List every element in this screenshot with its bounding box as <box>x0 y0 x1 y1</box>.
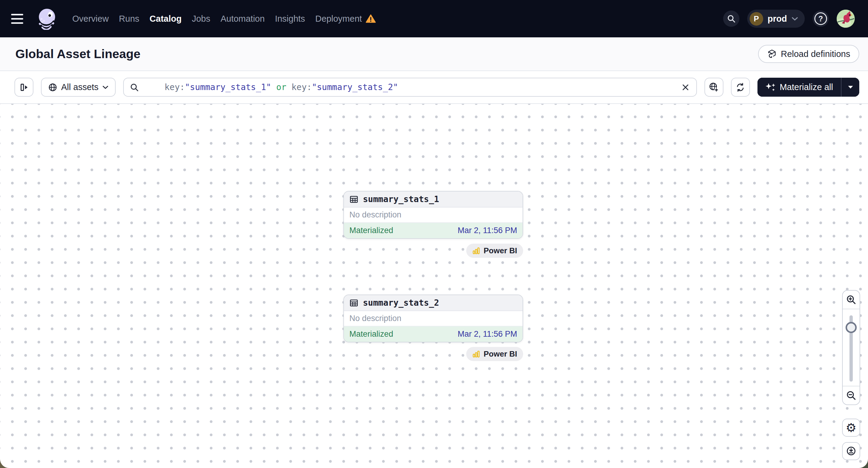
status-badge: Materialized <box>349 330 393 339</box>
nav-item-runs[interactable]: Runs <box>119 14 140 24</box>
zoom-control-panel <box>842 290 860 405</box>
asset-filter-label: All assets <box>61 82 98 92</box>
nav-right-cluster: P prod ? <box>723 10 855 28</box>
zoom-slider-thumb[interactable] <box>846 322 857 333</box>
nav-item-label: Insights <box>275 14 305 24</box>
asset-node-header: summary_stats_2 <box>344 295 523 311</box>
dagster-logo-icon[interactable] <box>36 7 58 30</box>
query-token: "summary_stats_2" <box>312 82 398 92</box>
nav-item-overview[interactable]: Overview <box>72 14 109 24</box>
powerbi-icon <box>472 247 480 255</box>
kind-tag-powerbi[interactable]: Power BI <box>466 347 523 361</box>
nav-item-label: Catalog <box>150 14 182 24</box>
settings-gear-icon[interactable]: ⚙ <box>842 418 860 437</box>
nav-item-deployment[interactable]: Deployment <box>315 14 376 24</box>
asset-node-summary-stats-1[interactable]: summary_stats_1 No description Materiali… <box>343 191 523 239</box>
kind-tag-label: Power BI <box>484 246 517 255</box>
environment-avatar: P <box>750 12 763 26</box>
main-nav: Overview Runs Catalog Jobs Automation In… <box>72 14 376 24</box>
zoom-out-icon[interactable] <box>843 386 860 404</box>
lineage-canvas[interactable]: summary_stats_1 No description Materiali… <box>0 104 868 468</box>
zoom-slider[interactable] <box>843 309 860 386</box>
asset-node-header: summary_stats_1 <box>344 191 523 208</box>
nav-item-automation[interactable]: Automation <box>220 14 265 24</box>
query-token: key: <box>164 82 185 92</box>
nav-item-insights[interactable]: Insights <box>275 14 305 24</box>
top-nav: Overview Runs Catalog Jobs Automation In… <box>0 0 868 37</box>
page-title: Global Asset Lineage <box>16 47 141 61</box>
open-left-panel-button[interactable] <box>14 78 33 97</box>
globe-plus-icon <box>709 83 719 92</box>
materialization-timestamp[interactable]: Mar 2, 11:56 PM <box>458 226 517 235</box>
materialize-all-label: Materialize all <box>780 82 833 92</box>
warning-icon <box>366 14 376 23</box>
gear-glyph: ⚙ <box>846 422 857 434</box>
asset-search-input[interactable]: key:"summary_stats_1" or key:"summary_st… <box>123 78 697 97</box>
add-selection-scope-button[interactable] <box>705 78 723 97</box>
table-icon <box>349 299 359 308</box>
status-badge: Materialized <box>349 226 393 235</box>
nav-item-catalog[interactable]: Catalog <box>150 14 182 24</box>
menu-icon[interactable] <box>11 12 28 25</box>
zoom-in-icon[interactable] <box>843 291 860 309</box>
nav-item-label: Deployment <box>315 14 362 24</box>
environment-label: prod <box>768 14 787 24</box>
asset-description: No description <box>344 208 523 223</box>
chevron-down-icon <box>792 17 798 21</box>
sparkles-icon <box>765 83 776 92</box>
asset-description: No description <box>344 311 523 326</box>
table-icon <box>349 195 359 204</box>
nav-item-label: Jobs <box>192 14 210 24</box>
nav-item-label: Overview <box>72 14 109 24</box>
asset-node-summary-stats-2[interactable]: summary_stats_2 No description Materiali… <box>343 294 523 342</box>
globe-icon <box>48 83 57 92</box>
nav-item-label: Automation <box>220 14 265 24</box>
query-token: key: <box>291 82 312 92</box>
environment-switcher[interactable]: P prod <box>747 10 805 28</box>
download-icon[interactable] <box>842 442 860 460</box>
kind-tag-label: Power BI <box>484 349 517 359</box>
materialize-all-button[interactable]: Materialize all <box>757 78 841 97</box>
materialize-options-caret[interactable] <box>841 78 859 97</box>
powerbi-icon <box>472 350 480 358</box>
asset-filter-dropdown[interactable]: All assets <box>41 78 116 97</box>
asset-status-row: Materialized Mar 2, 11:56 PM <box>344 223 523 238</box>
search-icon[interactable] <box>723 10 739 27</box>
nav-item-label: Runs <box>119 14 140 24</box>
asset-status-row: Materialized Mar 2, 11:56 PM <box>344 326 523 342</box>
reload-definitions-label: Reload definitions <box>781 49 850 59</box>
search-query-value: key:"summary_stats_1" or key:"summary_st… <box>164 82 675 92</box>
question-mark-glyph: ? <box>814 12 827 25</box>
user-avatar[interactable] <box>837 10 855 28</box>
chevron-down-icon <box>102 86 108 89</box>
asset-name: summary_stats_1 <box>363 194 439 204</box>
reload-definitions-icon <box>767 49 777 59</box>
refresh-icon[interactable] <box>731 78 750 97</box>
kind-tag-powerbi[interactable]: Power BI <box>466 244 523 258</box>
lineage-toolbar: All assets key:"summary_stats_1" or key:… <box>0 71 868 104</box>
help-icon[interactable]: ? <box>813 10 829 27</box>
materialize-split-button: Materialize all <box>757 78 859 97</box>
nav-item-jobs[interactable]: Jobs <box>192 14 210 24</box>
reload-definitions-button[interactable]: Reload definitions <box>758 45 859 63</box>
query-token: "summary_stats_1" <box>185 82 271 92</box>
materialization-timestamp[interactable]: Mar 2, 11:56 PM <box>458 330 517 339</box>
query-token: or <box>271 82 291 92</box>
clear-search-icon[interactable] <box>679 81 691 93</box>
asset-name: summary_stats_2 <box>363 298 439 308</box>
